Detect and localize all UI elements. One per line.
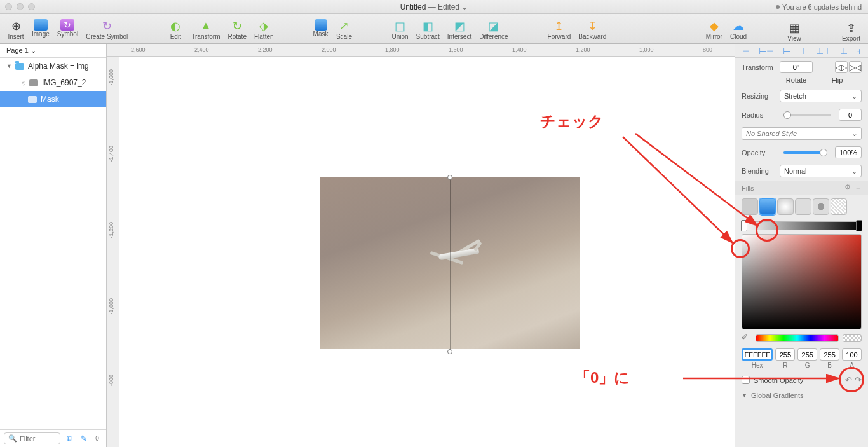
flip-sublabel: Flip <box>813 76 862 84</box>
radius-slider[interactable] <box>783 114 831 116</box>
transform-label: Transform <box>742 64 776 71</box>
inspector: ⊣ ⊢⊣ ⊢ ⊤ ⊥⊤ ⊥ ⫞ Transform ◁▷ ▷◁ RotateFl… <box>735 44 868 447</box>
page-selector[interactable]: Page 1 ⌄ <box>0 44 106 58</box>
ruler-horizontal: -2,600 -2,400 -2,200 -2,000 -1,800 -1,60… <box>119 44 735 57</box>
resizing-select[interactable]: Stretch <box>780 90 862 102</box>
layer-group[interactable]: ▼Alpha Mask + img <box>0 58 106 74</box>
undo-icon[interactable]: ↶ <box>845 375 852 385</box>
filter-input[interactable]: 🔍 <box>4 432 60 444</box>
a-input[interactable] <box>842 348 862 361</box>
hue-slider[interactable] <box>756 334 839 342</box>
backward-button[interactable]: ↧Backward <box>574 17 610 41</box>
sidebar-tool1[interactable]: ⧉ <box>64 434 74 444</box>
scale-button[interactable]: ⤢Scale <box>332 17 356 41</box>
opacity-slider[interactable] <box>783 151 827 154</box>
layers-sidebar: Page 1 ⌄ ▼Alpha Mask + img ⎋IMG_6907_2 M… <box>0 44 107 447</box>
fills-section-header: Fills ⚙＋ <box>735 181 868 195</box>
fill-type-radial[interactable] <box>777 198 794 215</box>
symbol-button[interactable]: ↻Symbol <box>53 17 82 39</box>
mirror-button[interactable]: ◆Mirror <box>702 17 726 41</box>
sidebar-count: 0 <box>92 434 102 444</box>
align-center-h-icon[interactable]: ⊢⊣ <box>759 46 774 56</box>
subtract-button[interactable]: ◧Subtract <box>412 17 444 41</box>
folder-icon <box>15 63 24 70</box>
smooth-opacity-checkbox[interactable] <box>742 376 750 384</box>
search-icon: 🔍 <box>8 434 17 443</box>
window-titlebar: Untitled — Edited ⌄ You are 6 updates be… <box>0 0 868 14</box>
fills-gear-icon[interactable]: ⚙ <box>844 183 851 193</box>
gradient-stop-left[interactable] <box>741 220 747 231</box>
gradient-axis[interactable] <box>450 177 451 352</box>
flip-h-button[interactable]: ◁▷ <box>835 61 848 73</box>
fill-type-noise[interactable] <box>831 198 847 215</box>
traffic-lights[interactable] <box>5 3 35 10</box>
view-button[interactable]: ▦View <box>782 14 806 43</box>
canvas-area: -2,600 -2,400 -2,200 -2,000 -1,800 -1,60… <box>107 44 735 447</box>
insert-button[interactable]: ⊕Insert <box>4 17 28 41</box>
alignment-tools[interactable]: ⊣ ⊢⊣ ⊢ ⊤ ⊥⊤ ⊥ ⫞ <box>735 44 868 58</box>
alpha-preview <box>843 334 862 342</box>
link-icon: ⎋ <box>22 79 25 86</box>
gradient-handle-start[interactable] <box>447 175 452 180</box>
g-input[interactable] <box>797 348 817 361</box>
forward-button[interactable]: ↥Forward <box>544 17 575 41</box>
rotate-input[interactable] <box>780 61 813 73</box>
image-button[interactable]: Image <box>28 17 53 39</box>
image-layer-icon <box>29 79 38 86</box>
align-bottom-icon[interactable]: ⊥ <box>840 46 848 56</box>
smooth-opacity-label: Smooth Opacity <box>754 376 803 384</box>
radius-input[interactable] <box>839 109 862 121</box>
eyedropper-icon[interactable]: ✐ <box>742 333 752 343</box>
cloud-button[interactable]: ☁Cloud <box>726 17 750 41</box>
updates-notice[interactable]: You are 6 updates behind <box>776 3 862 11</box>
flip-v-button[interactable]: ▷◁ <box>849 61 862 73</box>
align-right-icon[interactable]: ⊢ <box>783 46 790 56</box>
rotate-button[interactable]: ↻Rotate <box>224 17 250 41</box>
color-picker-area[interactable] <box>742 234 862 329</box>
shared-style-select[interactable]: No Shared Style <box>742 127 862 140</box>
canvas[interactable] <box>119 57 735 447</box>
union-button[interactable]: ◫Union <box>388 17 412 41</box>
align-top-icon[interactable]: ⊤ <box>799 46 807 56</box>
b-input[interactable] <box>820 348 839 361</box>
blending-label: Blending <box>742 167 776 175</box>
layer-image[interactable]: ⎋IMG_6907_2 <box>0 74 106 91</box>
create-symbol-button[interactable]: ↻Create Symbol <box>82 17 132 41</box>
gradient-bar[interactable] <box>742 221 862 230</box>
layers-tree: ▼Alpha Mask + img ⎋IMG_6907_2 Mask <box>0 58 106 429</box>
align-center-v-icon[interactable]: ⊥⊤ <box>816 46 831 56</box>
transform-button[interactable]: ▲Transform <box>187 17 224 41</box>
global-gradients-label[interactable]: Global Gradients <box>751 392 804 399</box>
difference-button[interactable]: ◪Difference <box>475 17 512 41</box>
layer-mask[interactable]: Mask <box>0 91 106 107</box>
fills-add-icon[interactable]: ＋ <box>855 183 862 193</box>
r-input[interactable] <box>775 348 795 361</box>
intersect-button[interactable]: ◩Intersect <box>444 17 475 41</box>
opacity-input[interactable] <box>835 146 862 158</box>
export-button[interactable]: ⇪Export <box>838 14 864 43</box>
sidebar-tool2[interactable]: ✎ <box>78 434 88 444</box>
gradient-handle-end[interactable] <box>447 349 452 354</box>
resizing-label: Resizing <box>742 92 776 100</box>
opacity-label: Opacity <box>742 149 776 156</box>
distribute-icon[interactable]: ⫞ <box>857 46 861 56</box>
chevron-down-icon[interactable]: ▼ <box>742 392 747 399</box>
fill-type-flat[interactable] <box>742 198 758 215</box>
toolbar: ⊕Insert Image ↻Symbol ↻Create Symbol ◐Ed… <box>0 14 868 44</box>
ruler-origin <box>107 44 119 57</box>
redo-icon[interactable]: ↷ <box>855 375 862 385</box>
mask-button[interactable]: Mask <box>309 17 332 39</box>
fill-type-angular[interactable] <box>795 198 811 215</box>
fill-type-pattern[interactable] <box>813 198 829 215</box>
flatten-button[interactable]: ⬗Flatten <box>250 17 278 41</box>
sidebar-footer: 🔍 ⧉ ✎ 0 <box>0 429 106 447</box>
window-title: Untitled — Edited ⌄ <box>400 3 468 11</box>
align-left-icon[interactable]: ⊣ <box>742 46 750 56</box>
mask-layer-icon <box>28 96 37 103</box>
edit-button[interactable]: ◐Edit <box>163 17 187 41</box>
fill-type-linear[interactable] <box>759 198 776 215</box>
blending-select[interactable]: Normal <box>780 165 862 177</box>
gradient-stop-right[interactable] <box>856 220 862 231</box>
radius-label: Radius <box>742 111 776 119</box>
hex-input[interactable] <box>742 348 773 361</box>
